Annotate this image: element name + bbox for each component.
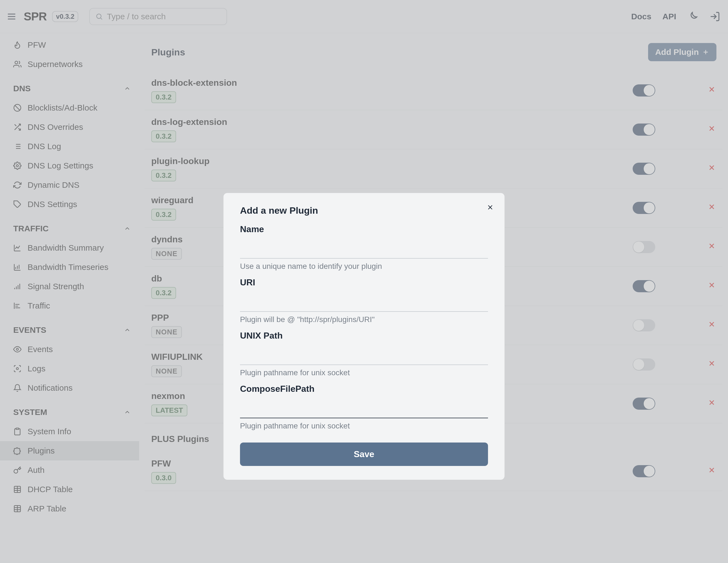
compose-help: Plugin pathname for unix socket <box>240 422 488 430</box>
unix-field[interactable] <box>240 344 488 365</box>
modal-title: Add a new Plugin <box>240 205 488 216</box>
close-button[interactable] <box>486 203 494 213</box>
name-field[interactable] <box>240 238 488 258</box>
unix-label: UNIX Path <box>240 331 488 341</box>
compose-field[interactable] <box>240 397 488 418</box>
name-label: Name <box>240 224 488 234</box>
uri-help: Plugin will be @ "http://spr/plugins/URI… <box>240 315 488 324</box>
add-plugin-modal: Add a new Plugin Name Use a unique name … <box>223 193 505 480</box>
uri-field[interactable] <box>240 291 488 312</box>
uri-label: URI <box>240 277 488 288</box>
compose-label: ComposeFilePath <box>240 384 488 394</box>
save-button[interactable]: Save <box>240 443 488 466</box>
modal-overlay[interactable]: Add a new Plugin Name Use a unique name … <box>0 0 728 563</box>
name-help: Use a unique name to identify your plugi… <box>240 262 488 271</box>
unix-help: Plugin pathname for unix socket <box>240 368 488 377</box>
close-icon <box>486 203 494 211</box>
